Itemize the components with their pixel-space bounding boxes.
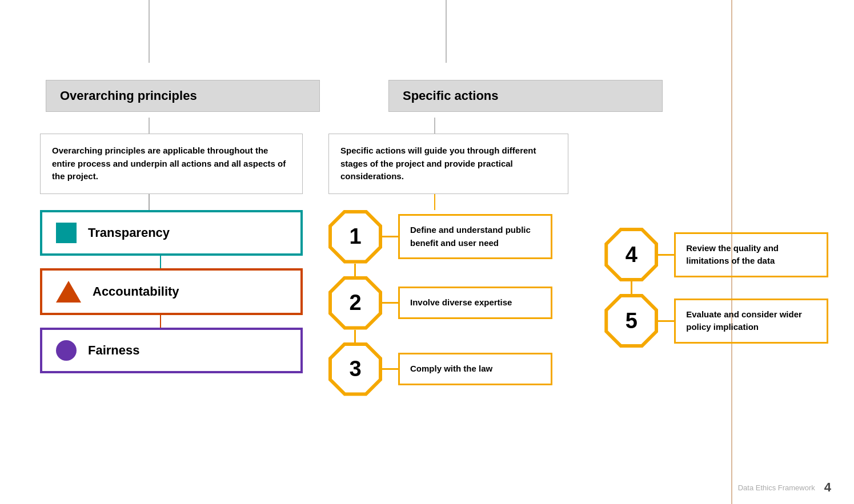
action-row-2: 2 Involve diverse expertise bbox=[328, 276, 575, 330]
action-4-num: 4 bbox=[626, 243, 638, 267]
octagon-1-inner: 1 bbox=[332, 213, 379, 260]
vert-action-connector-1-2 bbox=[354, 264, 356, 276]
specific-header: Specific actions bbox=[388, 80, 663, 112]
overarching-header: Overarching principles bbox=[46, 80, 320, 112]
action-5-num: 5 bbox=[626, 309, 638, 333]
specific-header-label: Specific actions bbox=[403, 88, 499, 103]
principles-section: Overarching principles are applicable th… bbox=[23, 118, 303, 396]
top-vert-line-left bbox=[149, 0, 150, 63]
action-5-text: Evaluate and consider wider policy impli… bbox=[686, 309, 802, 332]
octagon-5-inner: 5 bbox=[608, 297, 655, 344]
footer-label: Data Ethics Framework bbox=[738, 483, 815, 492]
vert-line-mid-2 bbox=[434, 194, 435, 210]
action-row-3: 3 Comply with the law bbox=[328, 342, 575, 396]
page-number: 4 bbox=[824, 480, 831, 495]
octagon-1: 1 bbox=[328, 210, 382, 264]
vert-line-1 bbox=[149, 118, 150, 134]
fairness-box: Fairness bbox=[40, 328, 303, 373]
top-vert-line-mid bbox=[446, 0, 447, 63]
octagon-2: 2 bbox=[328, 276, 382, 330]
vert-line-2 bbox=[149, 194, 150, 210]
action-3-text: Comply with the law bbox=[410, 364, 492, 373]
vert-connector-orange bbox=[160, 315, 161, 328]
actions-section-left: Specific actions will guide you through … bbox=[314, 118, 575, 396]
overarching-header-label: Overarching principles bbox=[60, 88, 197, 103]
accountability-icon-triangle bbox=[56, 281, 81, 303]
octagon-3-inner: 3 bbox=[332, 346, 379, 393]
page-container: Overarching principles Specific actions … bbox=[0, 0, 854, 504]
action-box-2: Involve diverse expertise bbox=[398, 287, 552, 319]
octagon-4-inner: 4 bbox=[608, 231, 655, 278]
footer: Data Ethics Framework 4 bbox=[738, 480, 831, 495]
vert-action-connector-4-5 bbox=[631, 281, 632, 294]
right-col-spacer bbox=[598, 118, 831, 228]
action-box-1: Define and understand public benefit and… bbox=[398, 214, 552, 259]
action-2-text: Involve diverse expertise bbox=[410, 297, 512, 307]
specific-desc-text: Specific actions will guide you through … bbox=[340, 146, 536, 181]
octagon-4: 4 bbox=[604, 228, 658, 281]
action-row-5: 5 Evaluate and consider wider policy imp… bbox=[604, 294, 831, 348]
action-4-text: Review the quality and limitations of th… bbox=[686, 243, 779, 266]
transparency-box: Transparency bbox=[40, 210, 303, 256]
vert-action-connector-2-3 bbox=[354, 330, 356, 342]
action-2-num: 2 bbox=[349, 291, 361, 315]
main-layout: Overarching principles are applicable th… bbox=[23, 118, 831, 396]
fairness-label: Fairness bbox=[88, 343, 140, 358]
actions-section-right: 4 Review the quality and limitations of … bbox=[598, 118, 831, 396]
octagon-3: 3 bbox=[328, 342, 382, 396]
vert-line-mid-1 bbox=[434, 118, 435, 134]
accountability-label: Accountability bbox=[93, 284, 179, 299]
h-connector-4 bbox=[658, 254, 674, 256]
action-box-4: Review the quality and limitations of th… bbox=[674, 232, 828, 277]
h-connector-1 bbox=[382, 236, 398, 237]
specific-desc-box: Specific actions will guide you through … bbox=[328, 134, 568, 194]
h-connector-5 bbox=[658, 320, 674, 322]
accountability-box: Accountability bbox=[40, 268, 303, 315]
vert-connector-teal bbox=[160, 256, 161, 268]
overarching-desc-box: Overarching principles are applicable th… bbox=[40, 134, 303, 194]
action-box-3: Comply with the law bbox=[398, 353, 552, 385]
h-connector-3 bbox=[382, 368, 398, 370]
transparency-icon-square bbox=[56, 223, 77, 243]
action-box-5: Evaluate and consider wider policy impli… bbox=[674, 299, 828, 344]
action-1-num: 1 bbox=[349, 224, 361, 249]
h-connector-2 bbox=[382, 302, 398, 304]
action-1-text: Define and understand public benefit and… bbox=[410, 225, 531, 248]
fairness-icon-circle bbox=[56, 340, 77, 361]
octagon-5: 5 bbox=[604, 294, 658, 348]
transparency-label: Transparency bbox=[88, 225, 170, 240]
action-3-num: 3 bbox=[349, 357, 361, 381]
octagon-2-inner: 2 bbox=[332, 280, 379, 326]
action-row-1: 1 Define and understand public benefit a… bbox=[328, 210, 575, 264]
overarching-desc-text: Overarching principles are applicable th… bbox=[52, 146, 286, 181]
header-row: Overarching principles Specific actions bbox=[23, 80, 831, 112]
action-row-4: 4 Review the quality and limitations of … bbox=[604, 228, 831, 281]
